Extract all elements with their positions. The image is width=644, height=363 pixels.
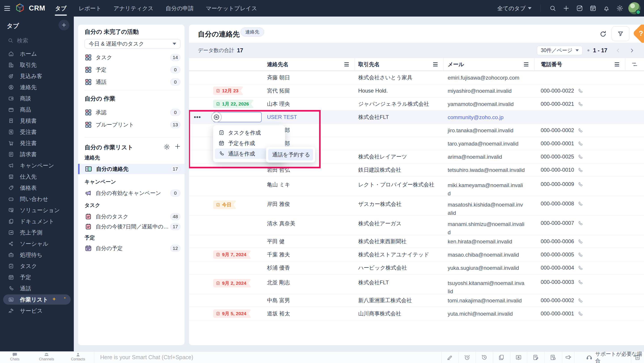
bottombar-contact-card-button[interactable] <box>515 354 522 361</box>
page-size-dropdown[interactable]: 30件／ページ <box>537 46 582 55</box>
sidebar-item-ソリューション[interactable]: ソリューション <box>0 205 74 216</box>
bottombar-doc-copy-button[interactable] <box>498 354 505 361</box>
sidebar-item-請求書[interactable]: 請求書 <box>0 149 74 160</box>
table-row[interactable]: 岩田 哲弘鉄日建設株式会社tetsuhiro.iwada@noemail.inv… <box>189 163 644 177</box>
top-tab-マーケットプレイス[interactable]: マーケットプレイス <box>206 5 257 12</box>
table-row[interactable]: •••USER TEST株式会社FLTcommunity@zoho.co.jp <box>189 111 644 124</box>
activities-filter-dropdown[interactable]: 今日 & 遅延中のタスク <box>84 39 180 48</box>
call-button[interactable] <box>577 297 583 304</box>
sidebar-item-価格表[interactable]: 価格表 <box>0 182 74 193</box>
panel-item-予定[interactable]: 予定0 <box>84 65 180 75</box>
panel-item-タスク[interactable]: タスク14 <box>84 52 180 63</box>
panel-item-自分の予定[interactable]: 自分の予定12 <box>84 243 180 254</box>
bottombar-alarm-button[interactable] <box>464 354 470 361</box>
header-メール[interactable]: メール <box>444 58 534 71</box>
sidebar-item-連絡先[interactable]: 連絡先 <box>0 82 74 93</box>
schedule-call-menu-item[interactable]: 通話を予約する <box>268 149 313 160</box>
help-question-mark[interactable]: ? <box>639 29 643 37</box>
table-row[interactable]: 杉浦 優香ハービック株式会社yuka.sugiura@noemail.inval… <box>189 261 644 275</box>
call-button[interactable] <box>577 181 583 188</box>
sidebar-item-ホーム[interactable]: ホーム <box>0 48 74 59</box>
call-button[interactable] <box>577 264 583 271</box>
sidebar-item-見込み客[interactable]: 見込み客 <box>0 70 74 82</box>
smart-chat-input[interactable] <box>100 352 409 363</box>
sidebar-item-処理待ち[interactable]: 処理待ち <box>0 249 74 260</box>
topbar-plus-button[interactable] <box>560 0 573 16</box>
next-page-button[interactable] <box>629 47 635 54</box>
table-row[interactable]: 平田 健株式会社東西新聞社ken.hirata@noemail.invalid0… <box>189 235 644 248</box>
email-link[interactable]: community@zoho.co.jp <box>448 113 504 121</box>
topbar-calendar-button[interactable] <box>586 0 600 16</box>
prev-page-button[interactable] <box>615 47 621 54</box>
bottombar-clipboard-button[interactable] <box>634 354 641 361</box>
chat-tab-Channels[interactable]: Channels <box>34 352 59 361</box>
row-actions-menu[interactable]: ••• <box>194 114 201 121</box>
sidebar-item-作業リスト[interactable]: 作業リスト <box>3 294 71 305</box>
panel-item-通話[interactable]: 通話0 <box>84 77 180 87</box>
bottombar-doc-play-button[interactable] <box>550 354 556 361</box>
worklist-add-button[interactable] <box>174 143 181 150</box>
header-取引先名[interactable]: 取引先名 <box>355 58 444 71</box>
call-button[interactable] <box>577 220 583 226</box>
sidebar-item-取引先[interactable]: 取引先 <box>0 59 74 70</box>
sidebar-item-発注書[interactable]: 発注書 <box>0 137 74 149</box>
table-row[interactable]: 9月 7, 2024千葉 雅夫株式会社ストアユナイテッドmasao.chiba@… <box>189 248 644 261</box>
sidebar-item-問い合わせ[interactable]: 問い合わせ <box>0 193 74 205</box>
top-tab-タブ[interactable]: タブ <box>55 5 67 12</box>
call-button[interactable] <box>577 87 583 94</box>
panel-item-自分の連絡先[interactable]: 自分の連絡先17 <box>78 164 184 174</box>
filter-button[interactable] <box>612 26 630 41</box>
top-tab-レポート[interactable]: レポート <box>79 5 102 12</box>
call-button[interactable] <box>577 238 583 245</box>
top-tab-自分の申請[interactable]: 自分の申請 <box>166 5 194 12</box>
chat-tab-Chats[interactable]: Chats <box>2 352 27 361</box>
bottombar-zia-pen-button[interactable] <box>446 354 453 361</box>
table-row[interactable]: 9月 2, 2024北並 剛志株式会社FLTtsuyoshi.kitanami@… <box>189 275 644 294</box>
call-button[interactable] <box>577 251 583 258</box>
menu-item-タスクを作成[interactable]: タスクを作成 <box>215 127 283 138</box>
sidebar-item-商品[interactable]: 商品 <box>0 104 74 115</box>
sidebar-search-input[interactable]: 検索 <box>0 35 74 46</box>
zoho-logo-icon[interactable] <box>15 3 25 14</box>
table-row[interactable]: 中島 富男新八重洲重工株式会社tomi.nakajima@noemail.inv… <box>189 294 644 307</box>
top-tab-アナリティクス[interactable]: アナリティクス <box>114 5 154 12</box>
all-tabs-dropdown[interactable]: 全てのタブ <box>497 5 532 12</box>
table-row[interactable]: 亀山 ミキレクト・プロバイダー株式会社miki.kameyama@noemail… <box>189 177 644 196</box>
activity-icon[interactable] <box>211 112 222 122</box>
topbar-chart-box-button[interactable] <box>573 0 586 16</box>
column-menu-icon[interactable] <box>433 62 438 66</box>
header-電話番号[interactable]: 電話番号 <box>534 58 625 71</box>
sidebar-item-売上予測[interactable]: 売上予測 <box>0 227 74 238</box>
chat-tab-Contacts[interactable]: Contacts <box>66 352 90 361</box>
call-button[interactable] <box>577 310 583 317</box>
sidebar-item-仕入先[interactable]: 仕入先 <box>0 171 74 182</box>
panel-item-自分の今後7日間／遅延中のタ...[interactable]: 自分の今後7日間／遅延中のタ...17 <box>84 222 180 232</box>
call-button[interactable] <box>577 167 583 173</box>
topbar-search-button[interactable] <box>546 0 560 16</box>
table-row[interactable]: 清水 真奈美株式会社アーガスmanami.shimizu@noemail.inv… <box>189 215 644 235</box>
sidebar-item-見積書[interactable]: 見積書 <box>0 115 74 126</box>
panel-item-ブループリント[interactable]: ブループリント13 <box>84 120 180 130</box>
table-row[interactable]: 9月 5, 2024道坂 裕太山川商事株式会社yuta.michi@noemai… <box>189 307 644 320</box>
sidebar-item-サービス[interactable]: サービス <box>0 305 74 316</box>
column-menu-icon[interactable] <box>615 62 619 66</box>
column-menu-icon[interactable] <box>524 62 528 66</box>
sidebar-item-通話[interactable]: 通話 <box>0 283 74 294</box>
topbar-gear-button[interactable] <box>613 0 626 16</box>
call-button[interactable] <box>577 201 583 207</box>
call-button[interactable] <box>577 101 583 107</box>
bottombar-history-button[interactable] <box>481 354 488 361</box>
sidebar-item-キャンペーン[interactable]: キャンペーン <box>0 160 74 171</box>
panel-item-自分のタスク[interactable]: 自分のタスク48 <box>84 211 180 222</box>
contact-name-link[interactable]: USER TEST <box>267 114 297 120</box>
table-row[interactable]: 1月 22, 2026山本 理央ジャパンジェネラル株式会社yamamoto@no… <box>189 97 644 111</box>
topbar-bell-button[interactable] <box>600 0 613 16</box>
panel-item-承認[interactable]: 承認0 <box>84 107 180 118</box>
panel-item-自分の有効なキャンペーン[interactable]: 自分の有効なキャンペーン0 <box>84 188 180 198</box>
worklist-settings-button[interactable] <box>164 143 170 150</box>
table-row[interactable]: 今日岸田 雅俊ザスカー株式会社masatoshi.kishida@noemail… <box>189 196 644 215</box>
user-avatar[interactable] <box>628 2 640 14</box>
bottombar-megaphone-mute-button[interactable] <box>564 354 571 361</box>
hamburger-menu-icon[interactable] <box>4 5 10 12</box>
column-menu-icon[interactable] <box>344 62 349 66</box>
